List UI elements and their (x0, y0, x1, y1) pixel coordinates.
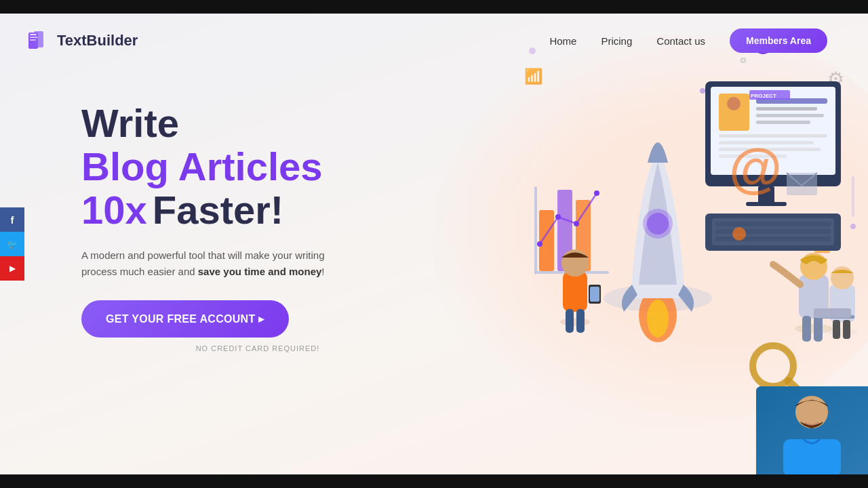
twitter-icon: 🐦 (7, 239, 18, 249)
hero-subtitle-bold: save you time and money (198, 266, 322, 277)
nav-pricing[interactable]: Pricing (601, 35, 632, 47)
hero-subtitle: A modern and powerful tool that will mak… (81, 247, 326, 280)
logo-icon (27, 28, 52, 53)
svg-rect-66 (783, 439, 841, 474)
social-sidebar: f 🐦 ▶ (0, 207, 24, 281)
logo-text: TextBuilder (57, 32, 138, 49)
no-credit-card-text: NO CREDIT CARD REQUIRED! (81, 344, 434, 352)
hero-subtitle-end: ! (321, 266, 324, 277)
hero-title-faster: 10x Faster! (81, 188, 434, 232)
hero-title-write: Write (81, 102, 434, 145)
svg-rect-1 (34, 31, 43, 47)
hero-title-blog-articles: Blog Articles (81, 145, 434, 188)
nav: Home Pricing Contact us Members Area (549, 28, 827, 53)
get-free-account-button[interactable]: GET YOUR FREE ACCOUNT ▸ (81, 300, 289, 338)
page: ⚙ ⚙ 📶 📶 TextBuilder Home Pricing Contact… (0, 14, 868, 474)
svg-rect-3 (30, 37, 38, 38)
video-svg (756, 386, 868, 474)
svg-point-65 (795, 396, 828, 428)
nav-contact[interactable]: Contact us (656, 35, 705, 47)
svg-rect-2 (30, 34, 37, 35)
hero-text: Write Blog Articles 10x Faster! A modern… (81, 88, 434, 352)
logo[interactable]: TextBuilder (27, 28, 138, 53)
top-bar (0, 0, 868, 14)
video-person (756, 386, 868, 474)
facebook-button[interactable]: f (0, 207, 24, 232)
header: TextBuilder Home Pricing Contact us Memb… (0, 14, 868, 68)
twitter-button[interactable]: 🐦 (0, 232, 24, 256)
svg-rect-4 (30, 39, 36, 41)
hero-10x: 10x (81, 188, 147, 232)
youtube-icon: ▶ (9, 264, 16, 273)
hero-section: Write Blog Articles 10x Faster! A modern… (0, 68, 868, 352)
video-thumbnail (756, 386, 868, 474)
hero-faster: Faster! (153, 188, 283, 232)
members-area-button[interactable]: Members Area (730, 28, 827, 53)
bottom-bar (0, 474, 868, 488)
youtube-button[interactable]: ▶ (0, 256, 24, 281)
facebook-icon: f (11, 214, 14, 226)
nav-home[interactable]: Home (549, 35, 576, 47)
